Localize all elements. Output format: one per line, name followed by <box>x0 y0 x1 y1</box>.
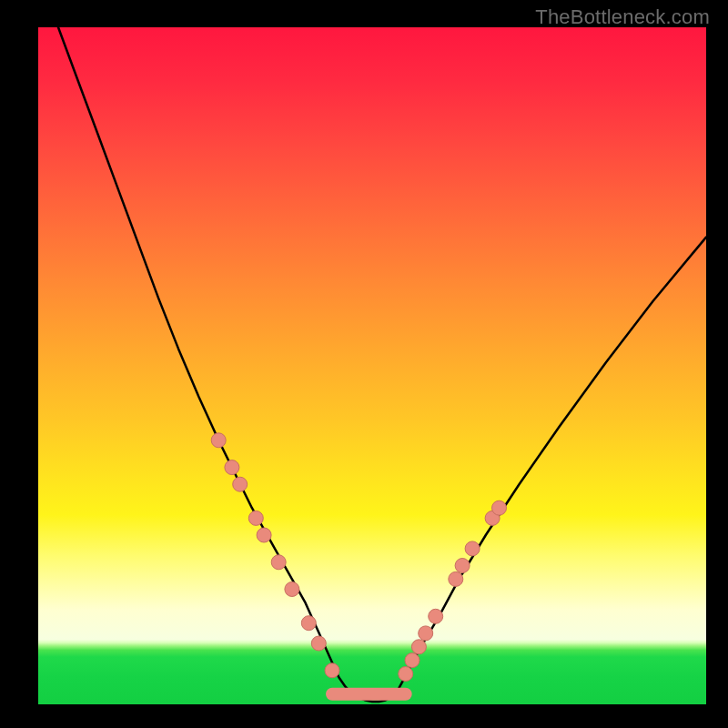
data-marker <box>455 559 470 573</box>
data-marker <box>419 626 433 641</box>
data-marker <box>492 500 507 515</box>
data-marker <box>405 653 420 668</box>
data-marker <box>399 667 413 682</box>
data-marker <box>233 477 248 491</box>
data-marker <box>465 541 480 556</box>
data-marker <box>301 616 316 631</box>
chart-overlay <box>38 27 706 704</box>
chart-frame: TheBottleneck.com <box>0 0 728 728</box>
data-marker <box>411 640 426 654</box>
data-marker <box>311 636 326 651</box>
data-marker <box>271 555 286 570</box>
data-marker <box>248 511 263 525</box>
data-marker <box>449 571 463 586</box>
markers-left-cluster <box>211 433 339 678</box>
data-marker <box>429 609 443 623</box>
data-marker <box>225 460 239 475</box>
data-marker <box>285 582 299 597</box>
watermark-text: TheBottleneck.com <box>535 5 710 29</box>
data-marker <box>325 663 339 678</box>
bottleneck-curve <box>58 27 706 702</box>
data-marker <box>257 528 271 542</box>
data-marker <box>211 433 226 448</box>
